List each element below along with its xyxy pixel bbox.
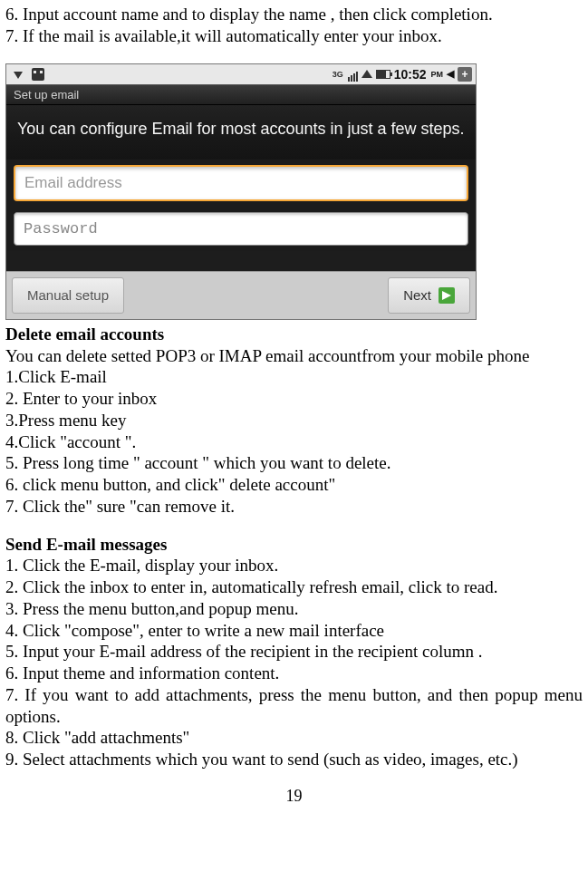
send-step-6: 6. Input theme and information content. [5, 663, 583, 684]
send-heading: Send E-mail messages [5, 534, 583, 556]
delete-intro: You can delete setted POP3 or IMAP email… [5, 345, 583, 367]
phone-screenshot: 3G 10:52PM ◀ + Set up email You can conf… [5, 63, 477, 320]
send-step-2: 2. Click the inbox to enter in, automati… [5, 576, 583, 598]
network-type-label: 3G [333, 70, 343, 79]
spacer [5, 518, 583, 534]
send-step-7: 7. If you want to add attachments, press… [5, 684, 583, 728]
delete-step-6: 6. click menu button, and click" delete … [5, 474, 583, 496]
delete-step-5: 5. Press long time " account " which you… [5, 452, 583, 474]
add-icon: + [458, 67, 472, 82]
send-step-4: 4. Click "compose", enter to write a new… [5, 620, 583, 642]
send-step-9: 9. Select attachments which you want to … [5, 749, 583, 770]
signal-bars-icon [347, 67, 358, 82]
wifi-icon [361, 70, 372, 78]
delete-step-4: 4.Click "account ". [5, 431, 583, 453]
window-title: Set up email [6, 84, 476, 105]
page-number: 19 [5, 787, 583, 806]
volume-icon: ◀ [447, 68, 454, 80]
next-button-label: Next [403, 287, 431, 303]
instruction-step-7: 7. If the mail is available,it will auto… [5, 25, 583, 47]
android-icon [30, 66, 46, 82]
delete-step-7: 7. Click the" sure "can remove it. [5, 496, 583, 518]
arrow-right-icon [439, 287, 455, 304]
delete-step-1: 1.Click E-mail [5, 366, 583, 388]
delete-step-3: 3.Press menu key [5, 410, 583, 431]
next-button[interactable]: Next [388, 277, 470, 314]
email-field[interactable]: Email address [14, 165, 468, 201]
send-step-5: 5. Input your E-mail address of the reci… [5, 641, 583, 663]
manual-setup-button[interactable]: Manual setup [12, 277, 124, 314]
setup-prompt: You can configure Email for most account… [6, 105, 476, 160]
send-step-1: 1. Click the E-mail, display your inbox. [5, 555, 583, 576]
delete-heading: Delete email accounts [5, 324, 583, 345]
instruction-step-6: 6. Input account name and to display the… [5, 4, 583, 25]
clock-suffix: PM [431, 70, 444, 79]
password-field[interactable]: Password [14, 212, 468, 246]
status-bar: 3G 10:52PM ◀ + [6, 64, 476, 84]
download-icon [10, 66, 26, 82]
battery-icon [376, 70, 390, 79]
send-step-3: 3. Press the menu button,and popup menu. [5, 598, 583, 620]
send-step-8: 8. Click "add attachments" [5, 727, 583, 749]
delete-step-2: 2. Enter to your inbox [5, 388, 583, 410]
button-bar: Manual setup Next [6, 271, 476, 319]
clock-time: 10:52 [394, 67, 427, 82]
